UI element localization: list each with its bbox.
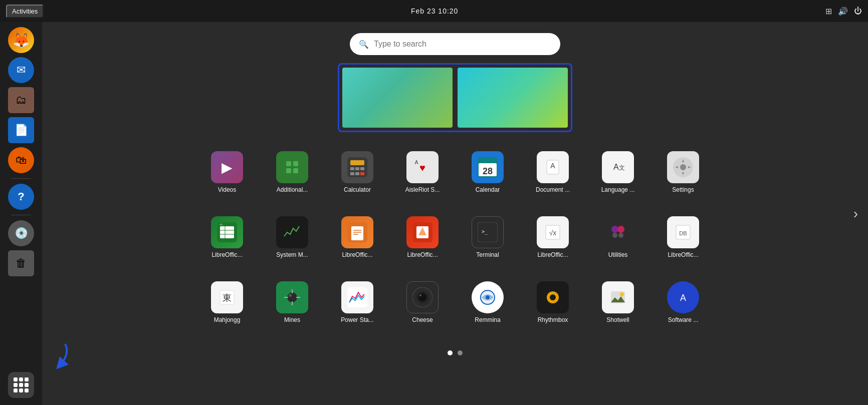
app-libreofficebase[interactable]: DB LibreOffic... xyxy=(650,211,716,276)
app-icon-software: A xyxy=(667,281,699,313)
page-dot-1[interactable] xyxy=(448,350,453,355)
app-grid-button[interactable] xyxy=(8,372,34,398)
svg-text:A: A xyxy=(550,162,555,170)
sidebar-separator-2 xyxy=(11,215,31,215)
svg-text:東: 東 xyxy=(223,293,232,303)
app-powerstatistics[interactable]: Power Sta... xyxy=(325,276,390,341)
app-icon-terminal: >_ xyxy=(472,216,504,248)
app-label-settings: Settings xyxy=(672,186,694,193)
app-icon-calendar: 28 xyxy=(472,151,504,183)
app-libreofficecalc[interactable]: LibreOffic... xyxy=(194,211,260,276)
app-libreofficedraw[interactable]: LibreOffic... xyxy=(390,211,455,276)
sidebar-item-trash[interactable]: 🗑 xyxy=(8,250,34,276)
svg-point-79 xyxy=(620,292,624,296)
app-label-mahjongg: Mahjongg xyxy=(214,316,241,323)
svg-rect-3 xyxy=(286,168,291,173)
app-icon-systemmonitor xyxy=(276,216,308,248)
sidebar-item-firefox[interactable]: 🦊 xyxy=(8,27,34,53)
app-calculator[interactable]: Calculator xyxy=(325,146,390,211)
svg-point-69 xyxy=(418,293,426,301)
app-systemmonitor[interactable]: System M... xyxy=(260,211,325,276)
app-label-calendar: Calendar xyxy=(476,186,500,193)
app-label-utilities: Utilities xyxy=(608,251,628,258)
app-label-calculator: Calculator xyxy=(344,186,371,193)
app-icon-utilities xyxy=(602,216,634,248)
svg-rect-36 xyxy=(351,226,363,240)
datetime-display: Feb 23 10:20 xyxy=(411,7,459,15)
app-rhythmbox[interactable]: Rhythmbox xyxy=(520,276,585,341)
app-document[interactable]: A Document ... xyxy=(520,146,585,211)
app-label-libreofficecalc: LibreOffic... xyxy=(211,251,242,258)
activities-button[interactable]: Activities xyxy=(6,5,44,18)
svg-rect-30 xyxy=(220,226,234,238)
svg-text:DB: DB xyxy=(679,230,687,236)
workspace-1[interactable] xyxy=(342,68,453,128)
sidebar-item-writer[interactable]: 📄 xyxy=(8,117,34,143)
search-icon: 🔍 xyxy=(359,40,369,49)
svg-rect-2 xyxy=(293,161,298,166)
app-utilities[interactable]: Utilities xyxy=(585,211,650,276)
volume-icon[interactable]: 🔊 xyxy=(838,7,848,16)
app-icon-document: A xyxy=(537,151,569,183)
app-videos[interactable]: ▶ Videos xyxy=(194,146,260,211)
sidebar-separator xyxy=(11,178,31,179)
app-label-systemmonitor: System M... xyxy=(276,251,308,258)
topbar: Activities Feb 23 10:20 ⊞ 🔊 ⏻ xyxy=(0,0,868,22)
app-icon-libreofficebase: DB xyxy=(667,216,699,248)
power-icon[interactable]: ⏻ xyxy=(854,7,862,16)
sidebar-item-optical[interactable]: 💿 xyxy=(8,220,34,246)
sidebar-item-help[interactable]: ? xyxy=(8,184,34,210)
app-shotwell[interactable]: Shotwell xyxy=(585,276,650,341)
sidebar: 🦊 ✉ 🗂 📄 🛍 ? 💿 🗑 xyxy=(0,22,42,405)
workspace-2[interactable] xyxy=(458,68,568,128)
svg-point-51 xyxy=(612,233,617,238)
app-label-remmina: Remmina xyxy=(475,316,500,323)
app-icon-libreofficemath: √x xyxy=(537,216,569,248)
svg-point-76 xyxy=(550,294,556,300)
app-calendar[interactable]: 28 Calendar xyxy=(455,146,520,211)
svg-text:√x: √x xyxy=(549,229,557,237)
svg-text:A: A xyxy=(415,160,418,165)
next-page-arrow[interactable]: › xyxy=(853,206,858,222)
search-input[interactable] xyxy=(374,40,551,49)
app-libreofficewriter[interactable]: LibreOffic... xyxy=(325,211,390,276)
svg-rect-11 xyxy=(355,172,359,175)
app-icon-settings xyxy=(667,151,699,183)
app-icon-mahjongg: 東 xyxy=(211,281,243,313)
svg-point-70 xyxy=(419,294,421,296)
app-icon-additional xyxy=(276,151,308,183)
app-mahjongg[interactable]: 東 Mahjongg xyxy=(194,276,260,341)
app-additional[interactable]: Additional... xyxy=(260,146,325,211)
app-icon-language: A文 xyxy=(602,151,634,183)
svg-point-52 xyxy=(618,233,623,238)
app-mines[interactable]: Mines xyxy=(260,276,325,341)
search-container: 🔍 xyxy=(350,33,560,55)
app-terminal[interactable]: >_ Terminal xyxy=(455,211,520,276)
sidebar-item-appstore[interactable]: 🛍 xyxy=(8,147,34,173)
app-icon-shotwell xyxy=(602,281,634,313)
app-label-shotwell: Shotwell xyxy=(606,316,629,323)
app-aisleriot[interactable]: ♥A AisleRiot S... xyxy=(390,146,455,211)
page-dot-2[interactable] xyxy=(458,350,463,355)
svg-point-28 xyxy=(680,164,686,170)
app-remmina[interactable]: Remmina xyxy=(455,276,520,341)
svg-rect-18 xyxy=(478,160,498,163)
app-language[interactable]: A文 Language ... xyxy=(585,146,650,211)
svg-rect-12 xyxy=(360,172,364,175)
svg-rect-48 xyxy=(608,222,628,242)
svg-text:>_: >_ xyxy=(482,229,488,235)
app-settings[interactable]: Settings xyxy=(650,146,716,211)
sidebar-item-files[interactable]: 🗂 xyxy=(8,87,34,113)
app-label-additional: Additional... xyxy=(277,186,308,193)
svg-text:A: A xyxy=(680,293,686,303)
app-cheese[interactable]: Cheese xyxy=(390,276,455,341)
sidebar-item-mail[interactable]: ✉ xyxy=(8,57,34,83)
svg-text:♥: ♥ xyxy=(419,162,425,173)
app-software[interactable]: A Software ... xyxy=(650,276,716,341)
topbar-right-icons: ⊞ 🔊 ⏻ xyxy=(825,7,862,16)
search-bar[interactable]: 🔍 xyxy=(350,33,560,55)
svg-rect-6 xyxy=(350,160,364,165)
network-icon[interactable]: ⊞ xyxy=(825,7,832,16)
app-libreofficemath[interactable]: √x LibreOffic... xyxy=(520,211,585,276)
app-label-aisleriot: AisleRiot S... xyxy=(405,186,440,193)
